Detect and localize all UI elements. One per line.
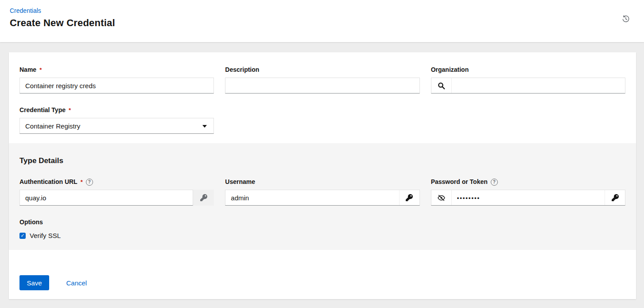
field-description: Description <box>225 66 419 94</box>
page-title: Create New Credential <box>10 17 633 29</box>
check-icon: ✓ <box>20 233 24 238</box>
description-input[interactable] <box>225 78 419 94</box>
username-input[interactable] <box>225 190 399 205</box>
field-name: Name * <box>19 66 214 94</box>
history-icon <box>622 15 630 23</box>
options-heading: Options <box>19 218 625 226</box>
section-actions: Save Cancel <box>9 250 636 299</box>
required-asterisk: * <box>69 106 71 114</box>
authentication-url-input[interactable] <box>19 190 193 206</box>
page-header: Credentials Create New Credential <box>0 0 644 42</box>
authentication-url-credential-lookup-button[interactable] <box>193 190 214 206</box>
username-label: Username <box>225 178 419 186</box>
caret-down-icon <box>202 125 207 128</box>
field-authentication-url: Authentication URL * ? <box>19 178 214 206</box>
name-label-text: Name <box>19 66 36 74</box>
organization-input-group <box>431 78 625 94</box>
create-credential-form-card: Name * Description Organization <box>9 52 636 299</box>
name-input[interactable] <box>19 78 214 94</box>
name-label: Name * <box>19 66 214 74</box>
password-reveal-toggle-button[interactable] <box>431 190 452 205</box>
type-details-heading: Type Details <box>19 156 625 165</box>
password-or-token-label-text: Password or Token <box>431 178 488 186</box>
verify-ssl-row: ✓ Verify SSL <box>19 232 625 239</box>
eye-slash-icon <box>437 194 446 202</box>
password-input-group <box>431 190 625 206</box>
description-label-text: Description <box>225 66 259 74</box>
password-or-token-label: Password or Token ? <box>431 178 625 186</box>
password-credential-lookup-button[interactable] <box>605 190 625 205</box>
password-input[interactable] <box>452 190 605 205</box>
username-credential-lookup-button[interactable] <box>399 190 419 205</box>
username-label-text: Username <box>225 178 255 186</box>
save-button[interactable]: Save <box>19 275 49 290</box>
credential-type-label-text: Credential Type <box>19 106 66 114</box>
breadcrumb-credentials-link[interactable]: Credentials <box>10 7 41 14</box>
verify-ssl-label[interactable]: Verify SSL <box>30 232 61 239</box>
field-username: Username <box>225 178 419 206</box>
organization-input[interactable] <box>452 78 625 93</box>
field-credential-type: Credential Type * Container Registry <box>19 106 214 134</box>
history-button[interactable] <box>620 13 632 25</box>
required-asterisk: * <box>81 178 83 186</box>
key-icon <box>406 194 413 201</box>
key-icon <box>612 194 619 201</box>
authentication-url-input-group <box>19 190 214 206</box>
field-password-or-token: Password or Token ? <box>431 178 625 206</box>
authentication-url-label: Authentication URL * ? <box>19 178 214 186</box>
question-circle-icon[interactable]: ? <box>491 179 498 186</box>
organization-label: Organization <box>431 66 625 74</box>
description-label: Description <box>225 66 419 74</box>
organization-label-text: Organization <box>431 66 469 74</box>
search-icon <box>438 82 445 90</box>
required-asterisk: * <box>39 66 42 74</box>
section-main-fields: Name * Description Organization <box>9 52 636 143</box>
username-input-group <box>225 190 419 206</box>
key-icon <box>200 194 207 201</box>
organization-search-button[interactable] <box>431 78 452 93</box>
section-type-details: Type Details Authentication URL * ? <box>9 143 636 250</box>
verify-ssl-checkbox[interactable]: ✓ <box>19 233 26 239</box>
question-circle-icon[interactable]: ? <box>86 179 93 186</box>
field-organization: Organization <box>431 66 625 94</box>
authentication-url-label-text: Authentication URL <box>19 178 78 186</box>
cancel-link[interactable]: Cancel <box>66 279 87 287</box>
credential-type-label: Credential Type * <box>19 106 214 114</box>
credential-type-selected-value: Container Registry <box>25 122 80 130</box>
breadcrumb: Credentials <box>10 7 633 14</box>
credential-type-select[interactable]: Container Registry <box>19 118 214 134</box>
